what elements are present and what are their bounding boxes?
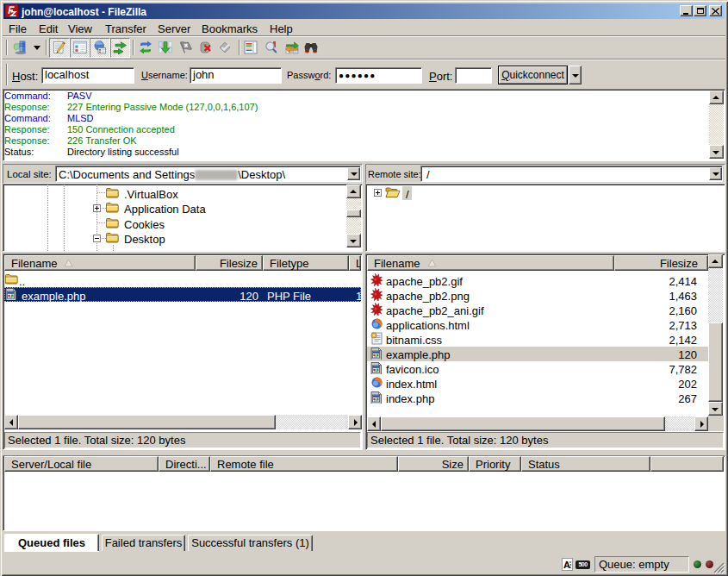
svg-text:A: A: [563, 560, 570, 570]
